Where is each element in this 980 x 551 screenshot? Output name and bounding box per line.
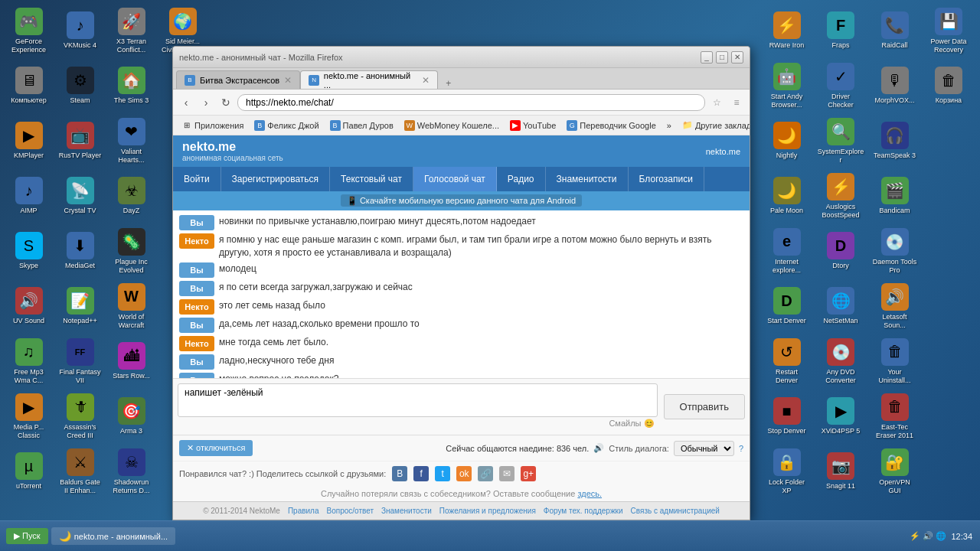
taskbar-browser[interactable]: 🌙 nekto.me - анонимный... — [51, 527, 175, 545]
desktop-icon-mediaget[interactable]: ⬇ MediaGet — [55, 224, 105, 278]
desktop-icon-auslogics[interactable]: ⚡ Auslogics BoostSpeed — [816, 169, 866, 223]
desktop-icon-baldurs[interactable]: ⚔ Baldurs Gate II Enhan... — [55, 445, 105, 498]
taskbar-start[interactable]: ▶ Пуск — [6, 528, 48, 544]
desktop-icon-geforce[interactable]: 🎮 GeForce Experience — [4, 4, 54, 57]
ok-share-icon[interactable]: ok — [456, 466, 472, 481]
bookmark-pavel[interactable]: B Павел Дуров — [326, 119, 397, 132]
fb-share-icon[interactable]: f — [413, 466, 429, 481]
tab2-close[interactable]: ✕ — [422, 75, 430, 86]
desktop-icon-steam[interactable]: ⚙ Steam — [55, 59, 105, 112]
nav-text-chat[interactable]: Текстовый чат — [330, 167, 413, 191]
send-button[interactable]: Отправить — [664, 394, 745, 419]
desktop-icon-dtory[interactable]: D Dtory — [816, 224, 866, 278]
desktop-icon-computer[interactable]: 🖥 Компьютер — [4, 59, 54, 112]
desktop-icon-powerdata[interactable]: 💾 Power Data Recovery — [924, 4, 974, 57]
desktop-icon-freemp3[interactable]: ♫ Free Mp3 Wma C... — [4, 334, 54, 388]
desktop-icon-skype[interactable]: S Skype — [4, 224, 54, 278]
desktop-icon-bandicam[interactable]: 🎬 Bandicam — [870, 169, 920, 223]
desktop-icon-plagueinc[interactable]: 🦠 Plague Inc Evolved — [106, 224, 156, 278]
tab-1[interactable]: B Битва Экстрасенсов ✕ — [176, 70, 300, 89]
desktop-icon-morphvox[interactable]: 🎙 MorphVOX... — [870, 59, 920, 112]
nav-celebrities[interactable]: Знаменитости — [546, 167, 629, 191]
bookmark-felix[interactable]: B Феликс Джой — [250, 119, 322, 132]
desktop-icon-kmplayer[interactable]: ▶ KMPlayer — [4, 114, 54, 168]
desktop-icon-arma3[interactable]: 🎯 Arma 3 — [106, 390, 156, 443]
desktop-icon-startdenver[interactable]: D Start Denver — [762, 279, 812, 333]
desktop-icon-youruninstall[interactable]: 🗑 Your Uninstall... — [870, 334, 920, 388]
footer-celebrities[interactable]: Знаменитости — [381, 507, 432, 515]
mail-share-icon[interactable]: ✉ — [499, 466, 514, 481]
desktop-icon-rwire[interactable]: ⚡ RWare Iron — [762, 4, 812, 57]
desktop-icon-lockfolder[interactable]: 🔒 Lock Folder XP — [762, 445, 812, 498]
bookmark-more[interactable]: » — [663, 119, 675, 132]
desktop-icon-teamspeak3[interactable]: 🎧 TeamSpeak 3 — [870, 114, 920, 168]
footer-rules[interactable]: Правила — [288, 507, 319, 515]
back-button[interactable]: ‹ — [178, 94, 194, 111]
desktop-icon-notepadpp[interactable]: 📝 Notepad++ — [55, 279, 105, 333]
desktop-icon-startandy[interactable]: 🤖 Start Andy Browser... — [762, 59, 812, 112]
reload-button[interactable]: ↻ — [217, 94, 234, 111]
bookmark-other[interactable]: 📁 Другие закладки — [678, 119, 750, 132]
desktop-icon-valiant[interactable]: ❤ Valiant Hearts... — [106, 114, 156, 168]
style-select[interactable]: Обычный — [674, 441, 734, 456]
desktop-icon-nightly[interactable]: 🌙 Nightly — [762, 114, 812, 168]
desktop-icon-thesims3[interactable]: 🏠 The Sims 3 — [106, 59, 156, 112]
desktop-icon-recycle[interactable]: 🗑 Корзина — [924, 59, 974, 112]
desktop-icon-snagit[interactable]: 📷 Snagit 11 — [816, 445, 866, 498]
tab-2[interactable]: N nekto.me - анонимный ... ✕ — [300, 70, 438, 89]
desktop-icon-wow[interactable]: W World of Warcraft — [106, 279, 156, 333]
desktop-icon-driverchecker[interactable]: ✓ Driver Checker — [816, 59, 866, 112]
volume-icon[interactable]: 🔊 — [593, 443, 604, 453]
desktop-icon-raidcall[interactable]: 📞 RaidCall — [870, 4, 920, 57]
desktop-icon-fraps[interactable]: F Fraps — [816, 4, 866, 57]
nav-radio[interactable]: Радио — [497, 167, 546, 191]
desktop-icon-uvsound[interactable]: 🔊 UV Sound — [4, 279, 54, 333]
desktop-icon-assassin[interactable]: 🗡 Assassin's Creed III — [55, 390, 105, 443]
link-share-icon[interactable]: 🔗 — [478, 466, 493, 481]
desktop-icon-letasoft[interactable]: 🔊 Letasoft Soun... — [870, 279, 920, 333]
desktop-icon-xvid4psp[interactable]: ▶ XViD4PSP 5 — [816, 390, 866, 443]
footer-suggestions[interactable]: Пожелания и предложения — [439, 507, 536, 515]
nav-register[interactable]: Зарегистрироваться — [221, 167, 330, 191]
desktop-icon-openvpn[interactable]: 🔐 OpenVPN GUI — [870, 445, 920, 498]
star-button[interactable]: ☆ — [708, 94, 725, 111]
desktop-icon-ie[interactable]: e Internet explore... — [762, 224, 812, 278]
desktop-icon-ff7[interactable]: FF Final Fantasy VII — [55, 334, 105, 388]
style-help-icon[interactable]: ? — [739, 444, 743, 453]
desktop-icon-rustv[interactable]: 📺 RusTV Player — [55, 114, 105, 168]
footer-support[interactable]: Форум тех. поддержки — [544, 507, 623, 515]
forward-button[interactable]: › — [198, 94, 214, 111]
lost-conn-link[interactable]: здесь. — [577, 489, 602, 498]
vk-share-icon[interactable]: В — [392, 466, 407, 481]
bookmark-apps[interactable]: ⊞ Приложения — [178, 119, 247, 132]
desktop-icon-x3terran[interactable]: 🚀 X3 Terran Conflict... — [106, 4, 156, 57]
bookmark-webmoney[interactable]: W WebMoney Кошеле... — [400, 119, 503, 132]
bookmark-youtube[interactable]: ▶ YouTube — [506, 119, 560, 132]
close-button[interactable]: ✕ — [731, 51, 743, 64]
nav-login[interactable]: Войти — [173, 167, 221, 191]
tw-share-icon[interactable]: t — [435, 466, 450, 481]
bookmark-translate[interactable]: G Переводчик Google — [563, 119, 660, 132]
menu-button[interactable]: ≡ — [728, 94, 745, 111]
footer-faq[interactable]: Вопрос/ответ — [327, 507, 374, 515]
desktop-icon-vkmusic[interactable]: ♪ VKMusic 4 — [55, 4, 105, 57]
desktop-icon-mediap[interactable]: ▶ Media P... Classic — [4, 390, 54, 443]
desktop-icon-daemontools[interactable]: 💿 Daemon Tools Pro — [870, 224, 920, 278]
maximize-button[interactable]: □ — [716, 51, 728, 64]
desktop-icon-restartdenver[interactable]: ↺ Restart Denver — [762, 334, 812, 388]
new-tab-button[interactable]: + — [441, 78, 456, 89]
desktop-icon-stopdenver[interactable]: ■ Stop Denver — [762, 390, 812, 443]
tab1-close[interactable]: ✕ — [284, 75, 292, 86]
nav-voice-chat[interactable]: Голосовой чат — [413, 167, 497, 191]
emoji-button[interactable]: Смайлы 😊 — [178, 417, 658, 430]
desktop-icon-starsrow[interactable]: 🏙 Stars Row... — [106, 334, 156, 388]
desktop-icon-anydvd[interactable]: 💿 Any DVD Converter — [816, 334, 866, 388]
desktop-icon-utorrent[interactable]: µ uTorrent — [4, 445, 54, 498]
desktop-icon-aimp[interactable]: ♪ AIMP — [4, 169, 54, 223]
desktop-icon-sysexplorer[interactable]: 🔍 SystemExplorer — [816, 114, 866, 168]
disconnect-button[interactable]: ✕ отключиться — [179, 440, 253, 456]
desktop-icon-dayz[interactable]: ☣ DayZ — [106, 169, 156, 223]
minimize-button[interactable]: _ — [701, 51, 713, 64]
footer-contact[interactable]: Связь с администрацией — [631, 507, 720, 515]
desktop-icon-eastec[interactable]: 🗑 East-Tec Eraser 2011 — [870, 390, 920, 443]
